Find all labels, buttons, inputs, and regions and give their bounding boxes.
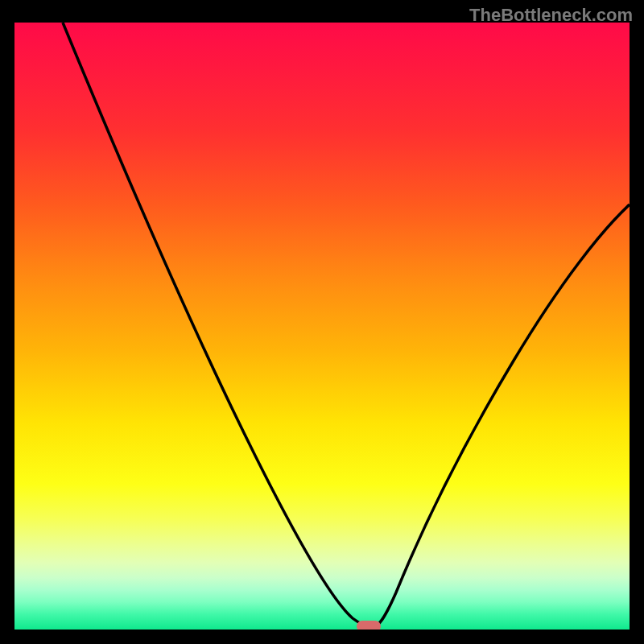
curve-left-segment xyxy=(63,23,373,627)
watermark-text: TheBottleneck.com xyxy=(469,5,633,26)
chart-frame: TheBottleneck.com xyxy=(0,0,644,644)
plot-area xyxy=(14,23,630,630)
curve-line xyxy=(14,23,630,630)
curve-right-segment xyxy=(373,204,630,627)
optimal-point-marker xyxy=(357,621,381,630)
